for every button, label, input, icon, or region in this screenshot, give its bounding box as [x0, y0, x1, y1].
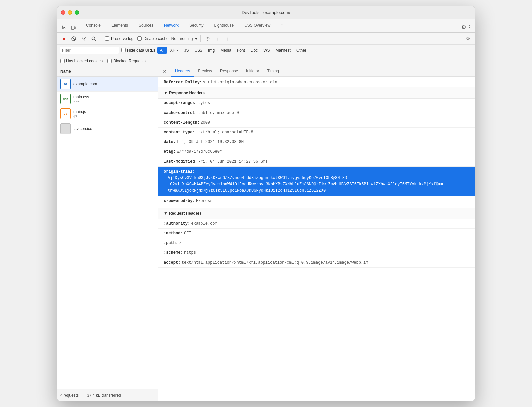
throttle-select[interactable]: No throttling ▼: [171, 36, 198, 41]
inspect-icon[interactable]: [60, 23, 69, 32]
device-icon[interactable]: [69, 23, 78, 32]
cache-control-value: public, max-age=0: [198, 111, 239, 115]
hide-data-urls-checkbox[interactable]: Hide data URLs: [121, 48, 155, 53]
accept-name: accept:: [164, 260, 180, 265]
tab-console[interactable]: Console: [81, 19, 106, 32]
file-info-example-com: example.com: [73, 82, 97, 86]
filter-type-all[interactable]: All: [157, 47, 167, 54]
cache-control-row: cache-control: public, max-age=0: [158, 108, 475, 118]
more-options-icon[interactable]: ⋮: [467, 24, 472, 30]
last-modified-row: last-modified: Fri, 04 Jun 2021 14:27:56…: [158, 157, 475, 167]
scheme-name: :scheme:: [164, 250, 183, 255]
preserve-log-label: Preserve log: [111, 36, 133, 41]
blocked-requests-checkbox[interactable]: Blocked Requests: [107, 59, 146, 63]
content-type-value: text/html; charset=UTF-8: [196, 130, 253, 135]
wifi-icon[interactable]: [203, 34, 212, 43]
etag-row: etag: W/"7d9-179d76c65e0": [158, 147, 475, 157]
panel-tab-initiator[interactable]: Initiator: [242, 66, 263, 77]
origin-trial-value-line1: Aj4DysCv3VjknU3jJvkDEwnQZK/vmse4rdd8jZog…: [164, 175, 470, 181]
disable-cache-checkbox[interactable]: Disable cache: [137, 36, 168, 41]
minimize-button[interactable]: [68, 10, 72, 15]
content-type-name: content-type:: [164, 130, 195, 135]
filter-button[interactable]: [79, 34, 88, 43]
file-list: </> example.com CSS main.css /css: [57, 77, 158, 389]
right-panel: ✕ Headers Preview Response Initiator Tim…: [158, 66, 475, 401]
blocked-requests-input[interactable]: [107, 59, 112, 63]
clear-button[interactable]: [69, 34, 78, 43]
tab-sources[interactable]: Sources: [133, 19, 159, 32]
response-headers-section[interactable]: ▼ Response Headers: [158, 87, 475, 99]
panel-tab-preview[interactable]: Preview: [194, 66, 216, 77]
panel-close-button[interactable]: ✕: [160, 67, 169, 76]
date-row: date: Fri, 09 Jul 2021 19:32:08 GMT: [158, 137, 475, 147]
name-column-header: Name: [60, 69, 71, 74]
tab-more[interactable]: »: [276, 19, 289, 32]
filter-type-media[interactable]: Media: [218, 47, 234, 54]
filter-bar: Hide data URLs All XHR JS CSS Img Media …: [57, 45, 475, 56]
etag-name: etag:: [164, 149, 176, 154]
request-headers-label: Request Headers: [169, 210, 201, 217]
download-icon[interactable]: ↓: [223, 34, 232, 43]
filter-type-other[interactable]: Other: [294, 47, 309, 54]
has-blocked-cookies-checkbox[interactable]: Has blocked cookies: [60, 59, 103, 63]
filter-input[interactable]: [60, 47, 119, 54]
request-headers-section[interactable]: ▼ Request Headers: [158, 208, 475, 219]
traffic-lights: [61, 10, 79, 15]
left-panel: Name </> example.com CSS main.cs: [57, 66, 158, 401]
path-row: :path: /: [158, 238, 475, 248]
toolbar-divider-2: [200, 35, 201, 42]
settings-icon[interactable]: ⚙: [461, 24, 466, 30]
authority-name: :authority:: [164, 221, 190, 226]
close-button[interactable]: [61, 10, 65, 15]
file-item-example-com[interactable]: </> example.com: [57, 77, 158, 92]
disable-cache-input[interactable]: [137, 36, 142, 41]
filter-type-img[interactable]: Img: [205, 47, 217, 54]
record-button[interactable]: ●: [60, 34, 68, 43]
file-item-main-css[interactable]: CSS main.css /css: [57, 92, 158, 106]
has-blocked-cookies-input[interactable]: [60, 59, 65, 63]
panel-tab-headers[interactable]: Headers: [171, 66, 194, 77]
last-modified-name: last-modified:: [164, 159, 197, 164]
file-item-favicon[interactable]: favicon.ico: [57, 121, 158, 136]
filter-type-xhr[interactable]: XHR: [167, 47, 181, 54]
filter-type-doc[interactable]: Doc: [248, 47, 260, 54]
accept-ranges-name: accept-ranges:: [164, 101, 197, 105]
js-icon-label: JS: [64, 112, 67, 115]
toolbar-right: ⚙: [464, 34, 472, 43]
upload-icon[interactable]: ↑: [213, 34, 222, 43]
devtools-window: DevTools - example.com/ Console Elements…: [57, 6, 475, 401]
referrer-policy-value: strict-origin-when-cross-origin: [203, 80, 277, 85]
filter-type-ws[interactable]: WS: [261, 47, 272, 54]
maximize-button[interactable]: [75, 10, 79, 15]
tab-elements[interactable]: Elements: [106, 19, 133, 32]
filter-type-css[interactable]: CSS: [192, 47, 205, 54]
origin-trial-name: origin-trial:: [164, 169, 195, 175]
file-path-main-js: /js: [73, 114, 86, 118]
filter-type-font[interactable]: Font: [234, 47, 248, 54]
panel-tab-response[interactable]: Response: [216, 66, 242, 77]
panel-tab-timing[interactable]: Timing: [263, 66, 283, 77]
filter-type-manifest[interactable]: Manifest: [273, 47, 293, 54]
tab-security[interactable]: Security: [184, 19, 209, 32]
toolbar-settings-icon[interactable]: ⚙: [464, 34, 472, 43]
file-item-main-js[interactable]: JS main.js /js: [57, 106, 158, 121]
tab-network[interactable]: Network: [159, 19, 184, 32]
hide-data-urls-input[interactable]: [121, 48, 126, 52]
filter-type-js[interactable]: JS: [181, 47, 191, 54]
tab-lighthouse[interactable]: Lighthouse: [209, 19, 239, 32]
file-name-example-com: example.com: [73, 82, 97, 86]
hide-data-urls-label: Hide data URLs: [127, 48, 155, 53]
html-icon-label: </>: [63, 82, 67, 86]
file-name-main-css: main.css: [73, 95, 89, 99]
search-button[interactable]: [89, 34, 98, 43]
file-icon-css: CSS: [60, 94, 71, 104]
x-powered-by-row: x-powered-by: Express: [158, 196, 475, 206]
preserve-log-checkbox[interactable]: Preserve log: [105, 36, 133, 41]
svg-rect-1: [74, 27, 75, 29]
request-headers-arrow: ▼: [164, 210, 168, 217]
origin-trial-row[interactable]: origin-trial: Aj4DysCv3VjknU3jJvkDEwnQZK…: [158, 167, 475, 197]
tab-css-overview[interactable]: CSS Overview: [239, 19, 276, 32]
requests-count: 4 requests: [60, 393, 79, 398]
preserve-log-input[interactable]: [105, 36, 109, 41]
origin-trial-value-line2: iC2yiiXnXGwMAABZeyJvcmlnaW4iOiJodHRwczov…: [164, 181, 470, 188]
